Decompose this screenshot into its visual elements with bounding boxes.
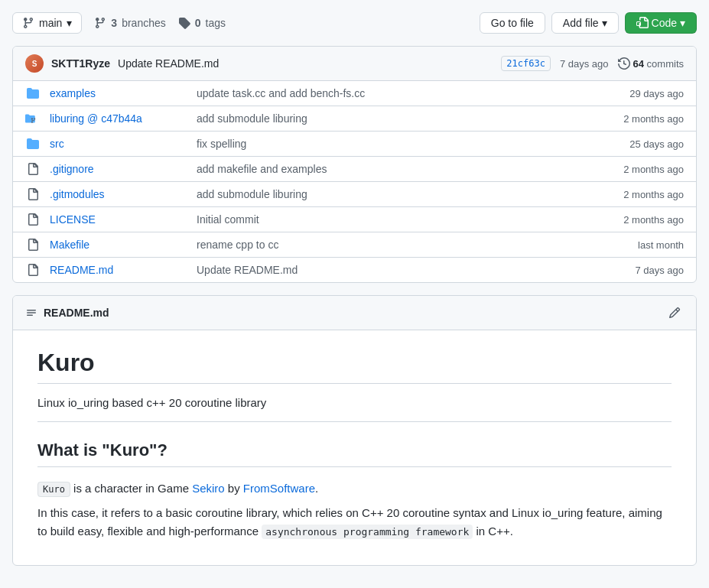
fromsoftware-link[interactable]: FromSoftware xyxy=(243,482,315,495)
table-row: .gitignoreadd makefile and examples2 mon… xyxy=(13,157,696,182)
branch-name: main xyxy=(39,17,62,29)
readme-box: README.md Kuro Linux io_uring based c++ … xyxy=(12,295,697,566)
commit-sha[interactable]: 21cf63c xyxy=(501,56,551,71)
file-time: 25 days ago xyxy=(584,138,684,150)
async-code: asynchronous programming framework xyxy=(262,525,473,539)
branch-selector[interactable]: main ▾ xyxy=(12,12,82,34)
commit-row-left: S SKTT1Ryze Update README.md xyxy=(25,54,219,73)
readme-subtitle: Linux io_uring based c++ 20 coroutine li… xyxy=(37,396,672,422)
readme-header: README.md xyxy=(13,296,696,330)
file-name[interactable]: Makefile xyxy=(50,239,187,251)
table-row: .gitmodulesadd submodule liburing2 month… xyxy=(13,182,696,207)
tags-label: tags xyxy=(206,17,226,29)
file-list: examplesupdate task.cc and add bench-fs.… xyxy=(13,81,696,282)
folder-icon xyxy=(25,87,41,99)
readme-filename: README.md xyxy=(44,307,109,319)
branch-icon xyxy=(22,17,34,29)
file-time: 29 days ago xyxy=(584,88,684,99)
branches-icon xyxy=(94,17,106,29)
readme-para-1-after: . xyxy=(315,482,318,495)
add-file-button[interactable]: Add file ▾ xyxy=(551,12,619,34)
commit-info-row: S SKTT1Ryze Update README.md 21cf63c 7 d… xyxy=(13,47,696,81)
top-bar-right: Go to file Add file ▾ Code ▾ xyxy=(480,12,697,34)
file-time: 2 months ago xyxy=(584,189,684,200)
file-icon xyxy=(25,213,41,226)
top-bar: main ▾ 3 branches 0 tags Go to file xyxy=(12,12,697,34)
table-row: liburing @ c47b44aadd submodule liburing… xyxy=(13,106,696,132)
code-label: Code xyxy=(652,17,677,29)
commits-number: 64 xyxy=(633,58,644,70)
file-time: last month xyxy=(584,239,684,251)
readme-header-left: README.md xyxy=(25,307,109,319)
readme-para-1-middle: is a character in Game xyxy=(73,482,192,495)
branches-pill[interactable]: 3 branches xyxy=(94,17,165,29)
pencil-icon xyxy=(668,307,681,319)
sekiro-link[interactable]: Sekiro xyxy=(192,482,225,495)
readme-para-1: Kuro is a character in Game Sekiro by Fr… xyxy=(37,479,672,498)
file-commit-message: add submodule liburing xyxy=(197,188,575,200)
avatar: S xyxy=(25,54,44,73)
file-commit-message: fix spelling xyxy=(197,138,575,150)
commit-message: Update README.md xyxy=(118,57,219,70)
file-name[interactable]: examples xyxy=(50,87,187,99)
commits-label: commits xyxy=(647,58,684,70)
file-time: 2 months ago xyxy=(584,214,684,226)
submodule-icon xyxy=(25,112,41,125)
table-row: srcfix spelling25 days ago xyxy=(13,132,696,157)
repo-file-browser: S SKTT1Ryze Update README.md 21cf63c 7 d… xyxy=(12,46,697,283)
file-icon xyxy=(25,264,41,276)
code-button[interactable]: Code ▾ xyxy=(625,12,697,34)
kuro-inline-code: Kuro xyxy=(37,482,70,497)
file-name[interactable]: .gitmodules xyxy=(50,188,187,200)
readme-para-2: In this case, it refers to a basic corou… xyxy=(37,504,672,541)
table-row: examplesupdate task.cc and add bench-fs.… xyxy=(13,81,696,106)
file-commit-message: Update README.md xyxy=(197,264,575,276)
commit-time: 7 days ago xyxy=(560,58,609,70)
code-icon xyxy=(636,17,649,29)
readme-content: Kuro Linux io_uring based c++ 20 corouti… xyxy=(13,330,696,565)
readme-by-text: by xyxy=(225,482,243,495)
file-commit-message: Initial commit xyxy=(197,213,575,226)
commit-count: 64 commits xyxy=(618,57,684,70)
file-time: 2 months ago xyxy=(584,113,684,125)
add-file-label: Add file xyxy=(563,17,599,29)
branches-label: branches xyxy=(122,17,166,29)
file-name[interactable]: liburing @ c47b44a xyxy=(50,112,187,125)
list-icon xyxy=(25,307,37,319)
file-commit-message: add makefile and examples xyxy=(197,163,575,175)
table-row: README.mdUpdate README.md7 days ago xyxy=(13,258,696,282)
readme-para-2-after: in C++. xyxy=(476,525,513,538)
file-name[interactable]: .gitignore xyxy=(50,163,187,175)
file-time: 7 days ago xyxy=(584,265,684,276)
folder-icon xyxy=(25,138,41,150)
branches-count: 3 xyxy=(111,17,117,29)
readme-section-heading: What is "Kuro"? xyxy=(37,440,672,467)
branch-chevron: ▾ xyxy=(67,17,72,29)
table-row: LICENSEInitial commit2 months ago xyxy=(13,207,696,232)
file-commit-message: add submodule liburing xyxy=(197,112,575,125)
commit-row-right: 21cf63c 7 days ago 64 commits xyxy=(501,56,684,71)
readme-title: Kuro xyxy=(37,349,672,384)
file-time: 2 months ago xyxy=(584,164,684,175)
code-chevron: ▾ xyxy=(680,17,685,29)
file-commit-message: rename cpp to cc xyxy=(197,239,575,251)
go-to-file-button[interactable]: Go to file xyxy=(480,12,545,34)
history-icon xyxy=(618,57,630,70)
go-to-file-label: Go to file xyxy=(491,17,534,29)
top-bar-left: main ▾ 3 branches 0 tags xyxy=(12,12,226,34)
tags-count: 0 xyxy=(195,17,201,29)
table-row: Makefilerename cpp to cclast month xyxy=(13,232,696,258)
file-icon xyxy=(25,188,41,200)
tag-icon xyxy=(178,17,190,29)
commit-author[interactable]: SKTT1Ryze xyxy=(51,57,110,70)
file-commit-message: update task.cc and add bench-fs.cc xyxy=(197,87,575,99)
readme-edit-button[interactable] xyxy=(665,304,684,322)
tags-pill[interactable]: 0 tags xyxy=(178,17,226,29)
file-icon xyxy=(25,239,41,251)
file-name[interactable]: README.md xyxy=(50,264,187,276)
add-file-chevron: ▾ xyxy=(602,17,607,29)
file-name[interactable]: LICENSE xyxy=(50,213,187,226)
file-name[interactable]: src xyxy=(50,138,187,150)
file-icon xyxy=(25,163,41,175)
